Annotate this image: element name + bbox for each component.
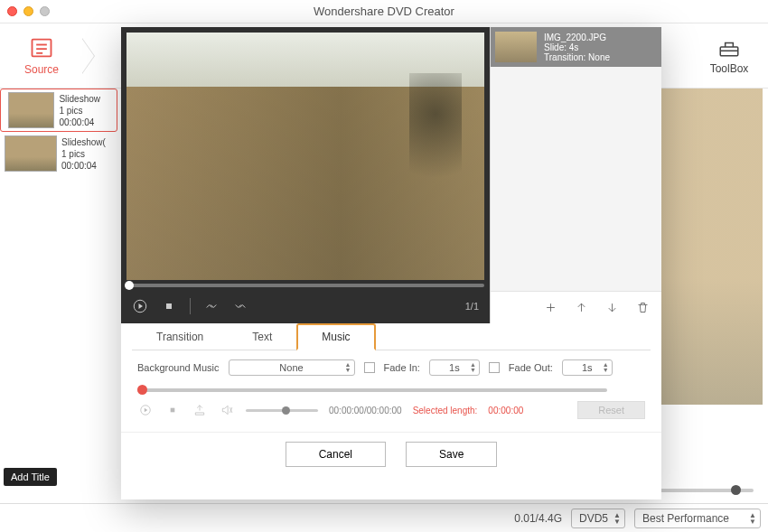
slideshow-pics: 1 pics <box>61 148 106 160</box>
slide-duration: Slide: 4s <box>544 42 610 52</box>
source-icon <box>29 35 54 61</box>
slide-item[interactable]: IMG_2200.JPG Slide: 4s Transition: None <box>491 27 661 67</box>
slide-filename: IMG_2200.JPG <box>544 33 610 42</box>
editor-upper: 1/1 IMG_2200.JPG Slide: 4s Transition: N… <box>121 27 661 323</box>
tab-music[interactable]: Music <box>296 323 375 350</box>
svg-rect-7 <box>166 303 172 309</box>
fade-in-label: Fade In: <box>384 362 420 373</box>
tab-toolbox-label: ToolBox <box>710 62 749 75</box>
selected-length-value: 00:00:00 <box>488 406 523 415</box>
tab-toolbox[interactable]: ToolBox <box>690 23 768 88</box>
disc-type-select[interactable]: DVD5▲▼ <box>571 509 625 528</box>
fade-in-checkbox[interactable] <box>364 362 375 373</box>
cancel-button[interactable]: Cancel <box>286 442 386 467</box>
bg-music-label: Background Music <box>137 362 220 373</box>
slideshow-pics: 1 pics <box>59 105 100 117</box>
fade-out-label: Fade Out: <box>509 362 553 373</box>
music-track-slider[interactable] <box>137 388 607 392</box>
toolbox-icon <box>716 36 742 60</box>
reset-button[interactable]: Reset <box>577 401 645 419</box>
fade-out-select[interactable]: 1s▲▼ <box>562 359 613 376</box>
slideshow-item[interactable]: Slideshow( 1 pics 00:00:04 <box>0 132 117 175</box>
minimize-icon[interactable] <box>23 6 33 16</box>
rotate-left-button[interactable] <box>203 298 220 314</box>
slide-list: IMG_2200.JPG Slide: 4s Transition: None <box>490 27 661 323</box>
volume-slider[interactable] <box>246 409 318 412</box>
music-panel: Background Music None▲▼ Fade In: 1s▲▼ Fa… <box>121 350 661 428</box>
fade-in-select[interactable]: 1s▲▼ <box>429 359 480 376</box>
bg-music-select[interactable]: None▲▼ <box>229 359 355 376</box>
preview-pane: 1/1 <box>121 27 490 323</box>
titlebar: Wondershare DVD Creator <box>0 0 768 23</box>
editor-tabs: Transition Text Music <box>132 323 651 350</box>
add-slide-button[interactable] <box>542 300 558 316</box>
delete-slide-button[interactable] <box>634 300 651 316</box>
music-play-button[interactable] <box>137 402 154 418</box>
move-up-button[interactable] <box>573 300 589 316</box>
selected-length-label: Selected length: <box>413 406 478 415</box>
disc-size: 0.01/4.4G <box>514 512 562 525</box>
slide-list-controls <box>491 291 661 323</box>
preview-scrubber[interactable] <box>126 284 484 287</box>
stop-button[interactable] <box>161 298 177 314</box>
add-title-button[interactable]: Add Title <box>4 468 57 486</box>
save-button[interactable]: Save <box>406 442 497 467</box>
slideshow-duration: 00:00:04 <box>59 117 100 128</box>
tab-text[interactable]: Text <box>228 323 296 350</box>
tab-source-label: Source <box>24 63 59 76</box>
maximize-icon[interactable] <box>40 6 50 16</box>
preview-position: 1/1 <box>465 301 479 312</box>
play-button[interactable] <box>132 298 148 314</box>
tab-transition[interactable]: Transition <box>132 323 228 350</box>
music-time: 00:00:00/00:00:00 <box>329 406 402 415</box>
slideshow-thumbnail <box>8 92 54 128</box>
slideshow-editor-modal: 1/1 IMG_2200.JPG Slide: 4s Transition: N… <box>121 27 661 499</box>
slideshow-name: Slideshow( <box>61 136 106 148</box>
window-controls <box>7 6 50 16</box>
slideshow-list: Slideshow 1 pics 00:00:04 Slideshow( 1 p… <box>0 89 117 175</box>
slideshow-thumbnail <box>5 135 57 172</box>
music-export-button[interactable] <box>192 402 208 418</box>
svg-rect-11 <box>171 408 175 413</box>
slideshow-item[interactable]: Slideshow 1 pics 00:00:04 <box>0 89 117 132</box>
move-down-button[interactable] <box>604 300 620 316</box>
tab-source[interactable]: Source <box>0 23 83 88</box>
preview-controls: 1/1 <box>126 289 484 323</box>
zoom-slider[interactable] <box>654 489 754 492</box>
slideshow-name: Slideshow <box>59 93 100 105</box>
slide-transition: Transition: None <box>544 52 610 62</box>
close-icon[interactable] <box>7 6 17 16</box>
modal-buttons: Cancel Save <box>121 432 661 480</box>
music-stop-button[interactable] <box>164 402 181 418</box>
slideshow-duration: 00:00:04 <box>61 160 106 172</box>
bottom-bar: 0.01/4.4G DVD5▲▼ Best Performance▲▼ <box>0 503 768 532</box>
window-title: Wondershare DVD Creator <box>0 5 768 18</box>
background-preview <box>647 89 763 405</box>
mute-button[interactable] <box>219 402 235 418</box>
rotate-right-button[interactable] <box>232 298 248 314</box>
preview-image <box>126 33 484 280</box>
fade-out-checkbox[interactable] <box>489 362 500 373</box>
slide-thumbnail <box>495 32 537 62</box>
quality-select[interactable]: Best Performance▲▼ <box>634 509 761 528</box>
